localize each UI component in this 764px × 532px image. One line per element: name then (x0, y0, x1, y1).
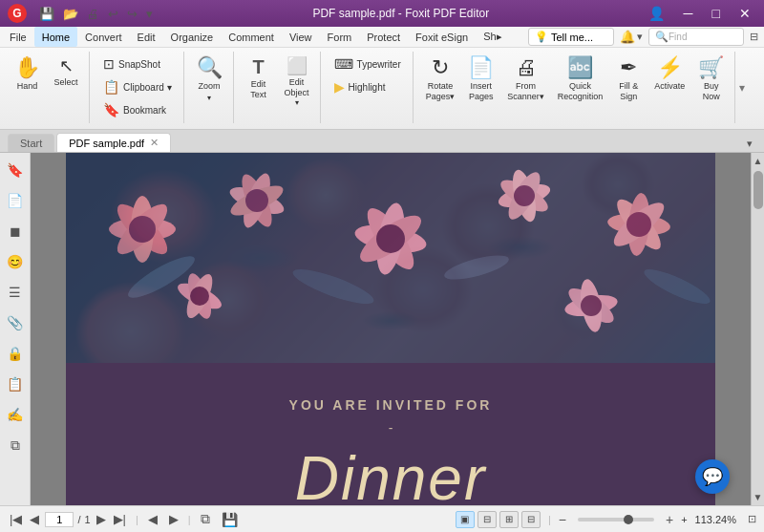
sidebar-document-icon[interactable]: 📋 (4, 372, 27, 395)
fill-sign-btn[interactable]: ✒ Fill &Sign (611, 53, 646, 120)
nav-back-btn[interactable]: ◀ (146, 510, 159, 528)
menu-comment[interactable]: Comment (221, 27, 282, 47)
zoom-out-btn[interactable]: − (559, 512, 566, 527)
highlight-btn[interactable]: ▶ Highlight (329, 76, 407, 97)
svg-point-15 (376, 224, 405, 253)
buy-now-label: BuyNow (703, 81, 720, 102)
edit-text-btn[interactable]: T EditText (242, 53, 276, 120)
scroll-down-btn[interactable]: ▼ (753, 489, 763, 505)
menu-more-btn[interactable]: ▾ (637, 31, 643, 43)
sidebar-stack-icon[interactable]: ☰ (4, 281, 27, 304)
save-copy-btn[interactable]: ⧉ (199, 509, 212, 529)
bookmark-btn[interactable]: 🔖 Bookmark (97, 99, 178, 120)
pdf-dash: - (85, 420, 696, 436)
minimize-btn[interactable]: ─ (678, 4, 699, 23)
edit-object-dropdown-icon: ▾ (295, 98, 299, 108)
sidebar-copy-icon[interactable]: ⧉ (4, 434, 27, 457)
single-page-view-btn[interactable]: ▣ (456, 511, 475, 528)
ribbon-group-edit: T EditText ⬜ EditObject ▾ (236, 52, 321, 123)
zoom-thumb[interactable] (624, 515, 633, 524)
scroll-up-btn[interactable]: ▲ (753, 153, 763, 169)
qa-more-btn[interactable]: ▾ (143, 5, 156, 23)
qa-print-btn[interactable]: 🖨 (84, 5, 102, 23)
fit-btn[interactable]: ⊡ (748, 513, 756, 525)
menu-organize[interactable]: Organize (163, 27, 222, 47)
fill-sign-icon: ✒ (620, 57, 637, 78)
from-scanner-btn[interactable]: 🖨 FromScanner▾ (502, 53, 549, 120)
qa-open-btn[interactable]: 📂 (60, 5, 81, 23)
nav-first-btn[interactable]: |◀ (8, 510, 24, 528)
menu-foxit-esign[interactable]: Foxit eSign (408, 27, 476, 47)
qa-undo-btn[interactable]: ↩ (105, 5, 121, 23)
qa-redo-btn[interactable]: ↪ (124, 5, 140, 23)
menu-file[interactable]: File (2, 27, 34, 47)
sidebar-layers-icon[interactable]: ◼ (4, 220, 27, 243)
rotate-pages-btn[interactable]: ↻ RotatePages▾ (421, 53, 460, 120)
sidebar-lock-icon[interactable]: 🔒 (4, 342, 27, 365)
sidebar-left: 🔖 📄 ◼ 😊 ☰ 📎 🔒 📋 ✍ ⧉ (0, 153, 31, 505)
tell-me-box[interactable]: 💡 Tell me... (528, 28, 614, 46)
select-tool-btn[interactable]: ↖ Select (49, 53, 83, 120)
chat-icon: 💬 (702, 466, 723, 487)
from-scanner-icon: 🖨 (516, 57, 537, 78)
buy-now-icon: 🛒 (698, 57, 724, 78)
sidebar-pages-icon[interactable]: 📄 (4, 189, 27, 212)
hand-tool-btn[interactable]: ✋ Hand (10, 53, 45, 120)
nav-fwd-btn[interactable]: ▶ (167, 510, 180, 528)
menu-view[interactable]: View (282, 27, 320, 47)
menu-convert[interactable]: Convert (77, 27, 130, 47)
quick-recognition-icon: 🔤 (567, 57, 593, 78)
sidebar-attach-icon[interactable]: 📎 (4, 311, 27, 334)
rotate-pages-label: RotatePages▾ (426, 81, 456, 102)
activate-btn[interactable]: ⚡ Activate (649, 53, 690, 120)
save-btn[interactable]: 💾 (220, 510, 240, 529)
edit-object-btn[interactable]: ⬜ EditObject ▾ (280, 53, 314, 120)
zoom-slider[interactable] (578, 518, 654, 521)
insert-pages-btn[interactable]: 📄 InsertPages (463, 53, 499, 120)
nav-prev-btn[interactable]: ◀ (28, 510, 41, 528)
qa-save-btn[interactable]: 💾 (36, 5, 57, 23)
close-btn[interactable]: ✕ (733, 4, 756, 23)
zoom-level-label: + (681, 514, 687, 525)
quick-recognition-btn[interactable]: 🔤 QuickRecognition (553, 53, 608, 120)
nav-next-btn[interactable]: ▶ (95, 510, 108, 528)
sidebar-bookmark-icon[interactable]: 🔖 (4, 159, 27, 181)
sidebar-signature-icon[interactable]: ✍ (4, 403, 27, 426)
tab-close-btn[interactable]: ✕ (150, 137, 159, 149)
menu-edit[interactable]: Edit (130, 27, 163, 47)
tab-pdf-sample[interactable]: PDF sample.pdf ✕ (56, 133, 171, 152)
nav-last-btn[interactable]: ▶| (112, 510, 128, 528)
buy-now-btn[interactable]: 🛒 BuyNow (693, 53, 729, 120)
search-box[interactable]: 🔍 Find (648, 28, 744, 46)
zoom-btn[interactable]: 🔍 Zoom ▾ (192, 53, 227, 120)
ribbon-group-clipboard: ⊡ SnapShot 📋 Clipboard ▾ 🔖 Bookmark (92, 52, 184, 123)
two-continuous-view-btn[interactable]: ⊟ (521, 511, 541, 528)
zoom-in-btn[interactable]: + (666, 512, 673, 527)
scrollbar-right[interactable]: ▲ ▼ (751, 153, 764, 505)
scroll-thumb[interactable] (753, 171, 763, 209)
typewriter-btn[interactable]: ⌨ Typewriter (329, 53, 407, 74)
menu-form[interactable]: Form (320, 27, 360, 47)
notification-icon[interactable]: 🔔 (620, 30, 635, 44)
snapshot-btn[interactable]: ⊡ SnapShot (97, 53, 178, 74)
menu-share[interactable]: Sh▸ (476, 27, 509, 47)
rotate-pages-icon: ↻ (432, 57, 449, 78)
insert-pages-label: InsertPages (469, 81, 494, 102)
ribbon-collapse-btn[interactable]: ⊟ (750, 31, 758, 43)
snapshot-icon: ⊡ (103, 56, 115, 72)
tell-me-icon: 💡 (535, 31, 548, 43)
menu-home[interactable]: Home (34, 27, 77, 47)
menu-protect[interactable]: Protect (359, 27, 408, 47)
maximize-btn[interactable]: □ (707, 4, 726, 23)
user-icon[interactable]: 👤 (643, 4, 670, 23)
page-number-input[interactable] (45, 512, 74, 527)
continuous-view-btn[interactable]: ⊟ (478, 511, 497, 528)
ribbon-scroll-btn[interactable]: ▾ (737, 52, 747, 123)
sidebar-comments-icon[interactable]: 😊 (4, 250, 27, 273)
snapshot-label: SnapShot (118, 59, 160, 70)
two-page-view-btn[interactable]: ⊞ (499, 511, 519, 528)
foxit-chat-btn[interactable]: 💬 (695, 459, 730, 494)
tab-start[interactable]: Start (8, 134, 54, 152)
clipboard-btn[interactable]: 📋 Clipboard ▾ (97, 76, 178, 97)
tab-dropdown-btn[interactable]: ▾ (743, 136, 756, 152)
